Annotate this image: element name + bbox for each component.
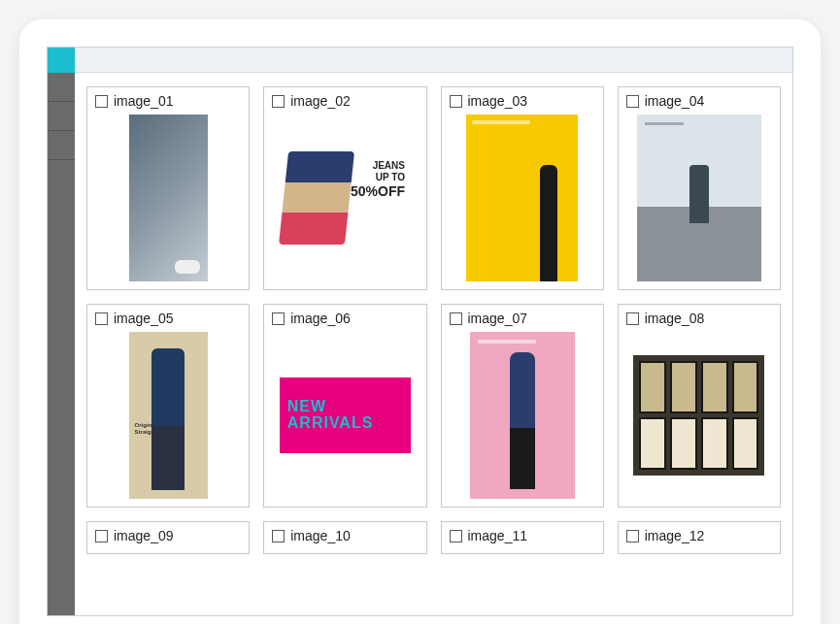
thumbnail-label: image_11: [468, 528, 528, 543]
thumbnail-label: image_01: [114, 93, 174, 109]
select-checkbox[interactable]: [626, 312, 639, 325]
select-checkbox[interactable]: [95, 312, 108, 325]
window-frame: image_01 image_02 JEANSUP TO50%OFF: [19, 19, 821, 624]
card-header: image_03: [450, 93, 595, 109]
thumbnail-image[interactable]: [450, 332, 595, 499]
thumbnail-label: image_12: [645, 528, 705, 543]
select-checkbox[interactable]: [272, 312, 285, 325]
card-header: image_08: [626, 311, 772, 326]
select-checkbox[interactable]: [272, 95, 285, 108]
thumbnail-card[interactable]: image_01: [86, 86, 250, 290]
thumbnail-image[interactable]: JEANSUP TO50%OFF: [272, 115, 418, 281]
caption-text: Original: [135, 422, 157, 428]
thumbnail-image[interactable]: [626, 115, 772, 281]
thumbnail-card[interactable]: image_03: [441, 86, 604, 290]
promo-text: UP TO: [376, 172, 405, 182]
thumbnail-card[interactable]: image_10: [263, 521, 426, 554]
sidebar-nav-item[interactable]: [48, 131, 75, 160]
thumbnail-card[interactable]: image_06 NEWARRIVALS: [263, 304, 426, 508]
thumbnail-image[interactable]: NEWARRIVALS: [272, 332, 418, 499]
thumbnail-card[interactable]: image_02 JEANSUP TO50%OFF: [263, 86, 426, 290]
thumbnail-label: image_03: [468, 93, 528, 109]
card-header: image_10: [272, 528, 418, 543]
select-checkbox[interactable]: [626, 95, 639, 108]
select-checkbox[interactable]: [626, 530, 639, 542]
select-checkbox[interactable]: [95, 530, 108, 542]
card-header: image_01: [95, 93, 241, 109]
card-header: image_12: [626, 528, 772, 543]
card-header: image_06: [272, 311, 418, 326]
thumbnail-card[interactable]: image_05 OriginalStraight Jeans: [86, 304, 250, 508]
banner-text: NEW: [287, 398, 326, 414]
card-header: image_02: [272, 93, 418, 109]
promo-text: JEANS: [373, 160, 405, 171]
card-header: image_07: [450, 311, 595, 326]
thumbnail-card[interactable]: image_04: [618, 86, 781, 290]
thumbnail-label: image_06: [290, 311, 351, 326]
thumbnail-label: image_02: [290, 93, 351, 109]
thumbnail-label: image_10: [290, 528, 351, 543]
thumbnail-label: image_09: [114, 528, 174, 543]
thumbnail-image[interactable]: [450, 115, 595, 281]
select-checkbox[interactable]: [450, 530, 462, 542]
sidebar-nav-item[interactable]: [48, 73, 75, 102]
select-checkbox[interactable]: [450, 95, 462, 108]
thumbnail-label: image_07: [468, 311, 528, 326]
thumbnail-label: image_05: [114, 311, 174, 326]
caption-text: Straight Jeans: [135, 429, 175, 435]
thumbnail-label: image_08: [645, 311, 705, 326]
thumbnail-card[interactable]: image_08: [618, 304, 781, 508]
card-header: image_05: [95, 311, 241, 326]
app-shell: image_01 image_02 JEANSUP TO50%OFF: [47, 47, 793, 616]
thumbnail-card[interactable]: image_09: [86, 521, 250, 554]
thumbnail-image[interactable]: OriginalStraight Jeans: [95, 332, 241, 499]
select-checkbox[interactable]: [272, 530, 285, 542]
thumbnail-label: image_04: [645, 93, 705, 109]
select-checkbox[interactable]: [450, 312, 462, 325]
thumbnail-image[interactable]: [95, 115, 241, 281]
sidebar-nav-item[interactable]: [48, 102, 75, 131]
thumbnail-card[interactable]: image_12: [618, 521, 781, 554]
sidebar-accent[interactable]: [48, 48, 75, 73]
sidebar: [48, 48, 75, 615]
grid-scroll[interactable]: image_01 image_02 JEANSUP TO50%OFF: [75, 73, 792, 615]
main-panel: image_01 image_02 JEANSUP TO50%OFF: [75, 48, 792, 615]
card-header: image_04: [626, 93, 772, 109]
card-header: image_09: [95, 528, 241, 543]
card-header: image_11: [450, 528, 595, 543]
select-checkbox[interactable]: [95, 95, 108, 108]
topbar: [75, 48, 792, 73]
banner-text: ARRIVALS: [287, 414, 374, 431]
thumbnail-grid: image_01 image_02 JEANSUP TO50%OFF: [86, 86, 781, 554]
thumbnail-card[interactable]: image_07: [441, 304, 604, 508]
thumbnail-image[interactable]: [626, 332, 772, 499]
thumbnail-card[interactable]: image_11: [441, 521, 604, 554]
promo-text: 50%OFF: [351, 183, 405, 199]
